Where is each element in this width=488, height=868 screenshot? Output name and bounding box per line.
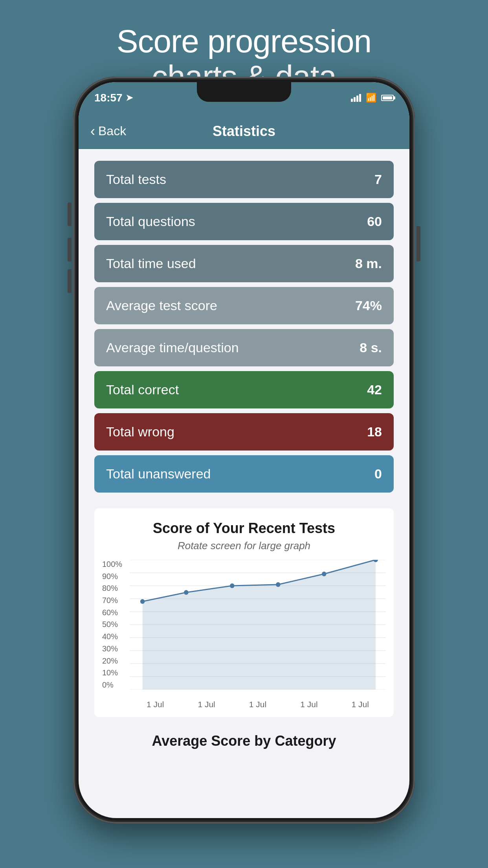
y-label-0: 0% [102,680,127,690]
signal-icon [351,94,361,102]
nav-title: Statistics [213,123,275,140]
stat-label-avg-score: Average test score [106,298,217,313]
stat-label-total-unanswered: Total unanswered [106,466,211,482]
svg-point-12 [140,599,145,604]
y-label-10: 10% [102,668,127,677]
stat-value-total-questions: 60 [367,214,382,229]
x-label-5: 1 Jul [352,700,369,709]
x-label-1: 1 Jul [147,700,164,709]
stat-value-total-time: 8 m. [355,256,382,271]
y-label-100: 100% [102,560,127,569]
phone-frame: 18:57 ➤ 📶 ‹ Back St [73,77,415,824]
stat-label-total-questions: Total questions [106,214,195,229]
back-chevron-icon: ‹ [90,123,95,140]
y-label-40: 40% [102,632,127,641]
stat-row-total-questions: Total questions 60 [94,203,394,240]
stat-label-total-time: Total time used [106,256,196,271]
svg-marker-11 [143,560,376,690]
stat-row-total-wrong: Total wrong 18 [94,413,394,451]
x-label-4: 1 Jul [300,700,317,709]
back-button[interactable]: ‹ Back [90,123,126,140]
svg-point-13 [184,590,189,595]
avg-category-title: Average Score by Category [94,725,394,753]
phone-screen: 18:57 ➤ 📶 ‹ Back St [79,82,409,818]
svg-point-16 [322,572,327,576]
y-label-60: 60% [102,608,127,617]
y-label-30: 30% [102,644,127,653]
nav-bar: ‹ Back Statistics [79,114,409,149]
y-label-80: 80% [102,584,127,593]
stat-row-total-correct: Total correct 42 [94,371,394,408]
chart-section: Score of Your Recent Tests Rotate screen… [94,508,394,717]
chart-subtitle: Rotate screen for large graph [102,540,386,552]
stats-list: Total tests 7 Total questions 60 Total t… [94,161,394,493]
chart-area: 100% 90% 80% 70% 60% 50% 40% 30% 20% 10%… [102,560,386,709]
stat-value-total-wrong: 18 [367,424,382,440]
y-label-20: 20% [102,657,127,666]
avg-category-section: Average Score by Category [94,725,394,753]
status-right: 📶 [351,93,394,103]
battery-icon [381,95,394,101]
chart-svg [130,560,386,690]
stat-row-avg-time: Average time/question 8 s. [94,329,394,366]
x-label-2: 1 Jul [198,700,215,709]
stat-value-total-unanswered: 0 [374,466,382,482]
stat-value-avg-score: 74% [355,298,382,313]
chart-title: Score of Your Recent Tests [102,520,386,537]
y-label-50: 50% [102,620,127,629]
x-label-3: 1 Jul [249,700,266,709]
stat-row-total-tests: Total tests 7 [94,161,394,198]
time-display: 18:57 [94,92,123,104]
y-label-70: 70% [102,596,127,605]
stat-value-avg-time: 8 s. [360,340,382,355]
main-content: Total tests 7 Total questions 60 Total t… [79,149,409,765]
notch [197,82,291,102]
back-label: Back [98,124,126,138]
status-left: 18:57 ➤ [94,92,133,104]
location-icon: ➤ [126,93,133,103]
stat-label-avg-time: Average time/question [106,340,239,355]
stat-label-total-correct: Total correct [106,382,179,397]
stat-label-total-tests: Total tests [106,172,166,187]
stat-value-total-tests: 7 [374,172,382,187]
stat-row-avg-score: Average test score 74% [94,287,394,324]
stat-value-total-correct: 42 [367,382,382,397]
stat-row-total-time: Total time used 8 m. [94,245,394,282]
svg-point-14 [230,583,235,588]
stat-label-total-wrong: Total wrong [106,424,174,440]
stat-row-total-unanswered: Total unanswered 0 [94,455,394,493]
svg-point-15 [276,582,281,587]
wifi-icon: 📶 [366,93,376,103]
y-label-90: 90% [102,572,127,581]
